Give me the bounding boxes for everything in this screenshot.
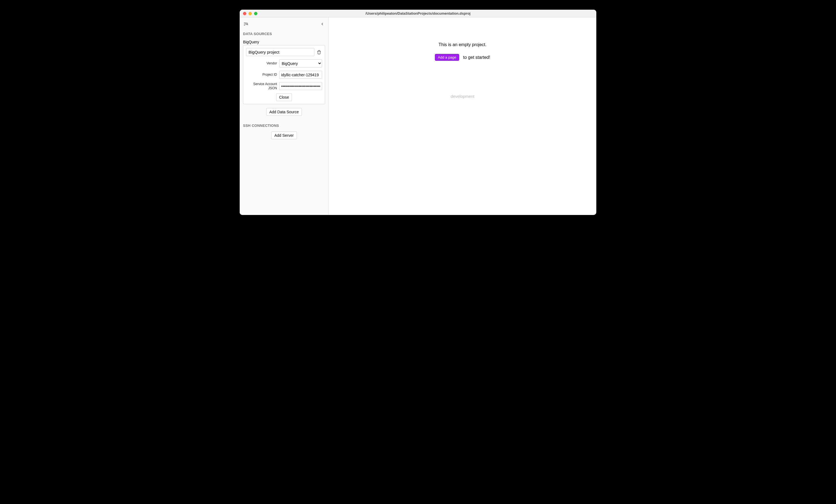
ssh-connections-header: SSH CONNECTIONS — [243, 123, 325, 128]
project-id-label: Project ID — [262, 73, 277, 77]
svg-line-4 — [247, 25, 248, 25]
environment-label: development — [451, 94, 474, 99]
add-data-source-button[interactable]: Add Data Source — [266, 108, 302, 116]
collapse-sidebar-icon[interactable] — [320, 21, 325, 27]
close-data-source-button[interactable]: Close — [276, 93, 292, 101]
data-source-name-label: BigQuery — [243, 40, 325, 44]
window-controls — [240, 12, 258, 15]
vendor-select[interactable]: BigQuery — [279, 59, 322, 67]
service-account-json-label: Service Account JSON — [249, 82, 277, 90]
delete-data-source-button[interactable] — [316, 49, 322, 55]
vendor-label: Vendor — [266, 61, 277, 65]
app-window: /Users/philipeaton/DataStationProjects/d… — [240, 10, 596, 215]
data-source-name-input[interactable] — [246, 48, 314, 56]
data-sources-header: DATA SOURCES — [243, 32, 325, 36]
close-window-button[interactable] — [243, 12, 246, 15]
get-started-row: Add a page to get started! — [435, 54, 490, 61]
titlebar: /Users/philipeaton/DataStationProjects/d… — [240, 10, 596, 17]
data-source-card: Vendor BigQuery Project ID Service Accou… — [243, 45, 325, 104]
zoom-window-button[interactable] — [254, 12, 258, 15]
window-title: /Users/philipeaton/DataStationProjects/d… — [240, 11, 596, 16]
service-account-json-input[interactable] — [279, 82, 322, 90]
sidebar: DATA SOURCES BigQuery Vendor — [240, 17, 329, 215]
search-list-icon[interactable] — [243, 21, 249, 27]
get-started-text: to get started! — [463, 55, 490, 60]
svg-point-3 — [246, 23, 248, 25]
empty-project-message: This is an empty project. — [438, 42, 486, 47]
minimize-window-button[interactable] — [249, 12, 252, 15]
sidebar-top-controls — [243, 21, 325, 27]
main-content: This is an empty project. Add a page to … — [329, 17, 596, 215]
project-id-input[interactable] — [279, 71, 322, 79]
add-page-button[interactable]: Add a page — [435, 54, 459, 61]
app-body: DATA SOURCES BigQuery Vendor — [240, 17, 596, 215]
add-server-button[interactable]: Add Server — [271, 132, 297, 139]
